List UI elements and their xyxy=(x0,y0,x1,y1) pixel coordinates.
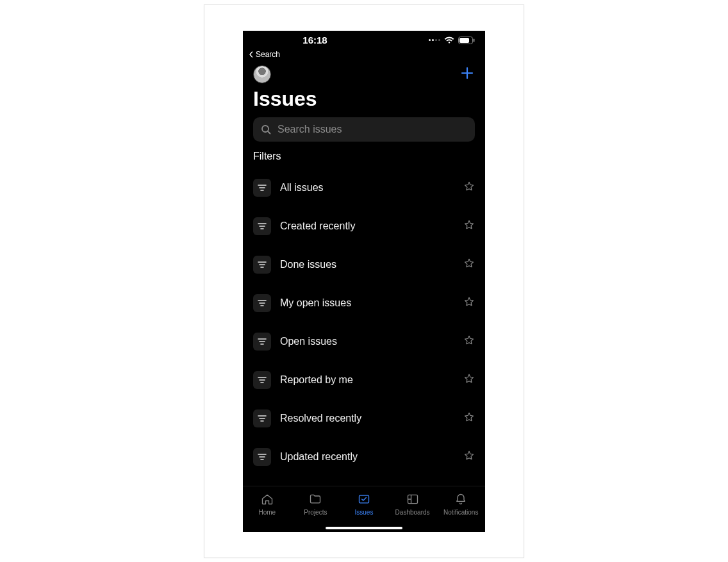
tab-home[interactable]: Home xyxy=(243,486,292,523)
filter-label: All issues xyxy=(280,182,454,194)
tab-bar: HomeProjectsIssuesDashboardsNotification… xyxy=(243,486,485,532)
search-input[interactable]: Search issues xyxy=(253,117,475,142)
star-button[interactable] xyxy=(463,373,475,387)
home-indicator[interactable] xyxy=(326,527,402,529)
filter-row[interactable]: My open issues xyxy=(253,284,475,322)
filter-icon xyxy=(253,179,271,197)
avatar[interactable] xyxy=(253,65,271,83)
filter-icon xyxy=(253,333,271,351)
filter-row[interactable]: Created recently xyxy=(253,207,475,245)
filter-label: Created recently xyxy=(280,220,454,232)
filter-row[interactable]: Done issues xyxy=(253,245,475,284)
filter-icon xyxy=(253,371,271,389)
filter-row[interactable]: Resolved recently xyxy=(253,399,475,438)
status-bar: 16:18 xyxy=(243,31,485,50)
star-button[interactable] xyxy=(463,296,475,310)
tab-dashboards[interactable]: Dashboards xyxy=(388,486,437,523)
cellular-signal-icon xyxy=(429,39,440,41)
plus-icon xyxy=(459,65,475,81)
filter-label: Resolved recently xyxy=(280,413,454,424)
issues-icon xyxy=(358,493,370,507)
projects-icon xyxy=(309,493,322,507)
filter-label: Reported by me xyxy=(280,374,454,386)
filter-label: Done issues xyxy=(280,259,454,270)
tab-projects[interactable]: Projects xyxy=(292,486,340,523)
svg-rect-2 xyxy=(474,38,475,42)
star-button[interactable] xyxy=(463,219,475,233)
tab-label: Notifications xyxy=(443,509,478,516)
canvas-frame: 16:18 Search Issues Search issues Fil xyxy=(204,4,524,558)
filter-row[interactable]: Reported by me xyxy=(253,361,475,399)
tab-notifications[interactable]: Notifications xyxy=(436,486,485,523)
tab-label: Dashboards xyxy=(395,509,430,516)
filter-label: Open issues xyxy=(280,336,454,347)
phone-screen: 16:18 Search Issues Search issues Fil xyxy=(243,31,485,532)
notifications-icon xyxy=(454,493,467,507)
filter-row[interactable]: Updated recently xyxy=(253,438,475,476)
chevron-left-icon xyxy=(248,51,254,58)
battery-icon xyxy=(458,37,475,44)
tab-issues[interactable]: Issues xyxy=(340,486,388,523)
header-row xyxy=(243,62,485,86)
filter-label: My open issues xyxy=(280,297,454,309)
filter-icon xyxy=(253,448,271,466)
status-time: 16:18 xyxy=(302,35,327,45)
svg-rect-1 xyxy=(459,38,469,43)
filters-label: Filters xyxy=(243,151,485,169)
star-button[interactable] xyxy=(463,258,475,272)
filter-label: Updated recently xyxy=(280,451,454,463)
star-button[interactable] xyxy=(463,181,475,195)
tab-label: Home xyxy=(258,509,276,516)
back-to-search[interactable]: Search xyxy=(243,50,485,62)
search-placeholder: Search issues xyxy=(277,124,342,135)
create-button[interactable] xyxy=(459,65,475,83)
filter-row[interactable]: All issues xyxy=(253,169,475,207)
wifi-icon xyxy=(444,37,454,44)
tab-label: Issues xyxy=(355,509,374,516)
filter-row[interactable]: Open issues xyxy=(253,322,475,361)
filter-icon xyxy=(253,409,271,427)
page-title: Issues xyxy=(243,86,485,117)
dashboards-icon xyxy=(406,493,419,507)
back-label: Search xyxy=(256,50,280,59)
star-button[interactable] xyxy=(463,411,475,426)
tab-label: Projects xyxy=(304,509,327,516)
filter-list: All issuesCreated recentlyDone issuesMy … xyxy=(243,169,485,476)
search-icon xyxy=(261,124,271,135)
filter-icon xyxy=(253,294,271,312)
home-icon xyxy=(261,493,274,507)
filter-icon xyxy=(253,217,271,235)
star-button[interactable] xyxy=(463,450,475,464)
filter-icon xyxy=(253,256,271,274)
star-button[interactable] xyxy=(463,335,475,349)
